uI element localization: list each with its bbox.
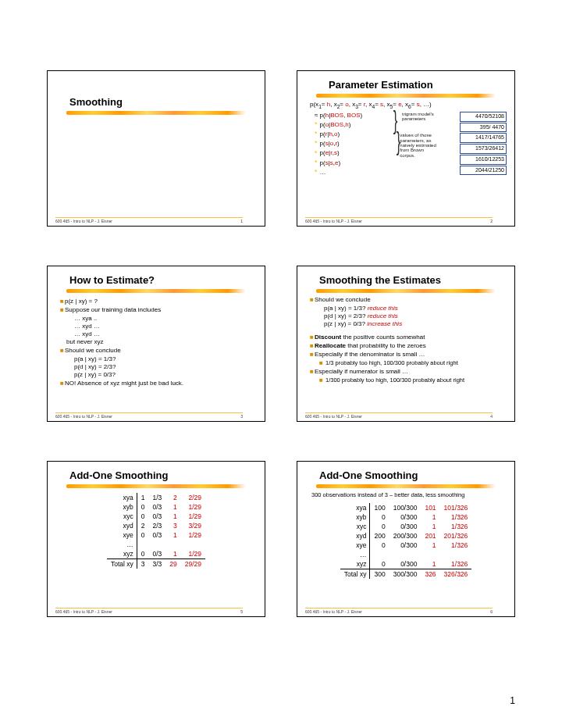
- prob-line: p(a | xy) = 1/3?: [74, 355, 257, 363]
- table-row: xye00/311/29: [107, 530, 205, 540]
- title-underline: [316, 289, 496, 293]
- table-row: xyb00/30011/326: [340, 512, 472, 522]
- prob-line: p(z | xy) = 0/3?: [74, 371, 257, 379]
- prob-line: p(d | xy) = 2/3? reduce this: [324, 312, 507, 320]
- slide-3: How to Estimate? ■p(z | xy) = ? ■Suppose…: [47, 266, 265, 422]
- table-row: xyz00/30011/326: [340, 559, 472, 569]
- count-box: 1610/12253: [460, 155, 507, 165]
- slide-footer: 600.465 - Intro to NLP - J. Eisner 5: [55, 608, 243, 614]
- bullet: Reallocate that probability to the zeroe…: [315, 342, 426, 350]
- slide-5: Add-One Smoothing xya11/322/29xyb00/311/…: [47, 461, 265, 617]
- table-total-row: Total xy33/32929/29: [107, 559, 205, 569]
- count-box: 1573/26412: [460, 144, 507, 154]
- brace-note-top: trigram model's parameters: [402, 112, 436, 134]
- course-label: 600.465 - Intro to NLP - J. Eisner: [305, 609, 362, 614]
- slide-footer: 600.465 - Intro to NLP - J. Eisner 6: [305, 608, 493, 614]
- joint-prob-line: p(x1= h, x2= o, x3= r, x4= s, x5= e, x6=…: [310, 101, 507, 110]
- sub-bullet: 1/300 probably too high, 100/300 probabl…: [325, 376, 464, 384]
- count-box: 2044/21250: [460, 166, 507, 176]
- bullet: Should we conclude: [65, 347, 121, 355]
- brace-icon: }: [393, 112, 398, 127]
- course-label: 600.465 - Intro to NLP - J. Eisner: [305, 414, 362, 419]
- example-line: … xyd …: [74, 323, 257, 330]
- bullet: Should we conclude: [315, 296, 371, 304]
- slide-title: How to Estimate?: [69, 274, 257, 286]
- slide-footer: 600.465 - Intro to NLP - J. Eisner 1: [55, 217, 243, 223]
- title-underline: [66, 111, 246, 115]
- slide-footer: 600.465 - Intro to NLP - J. Eisner 2: [305, 217, 493, 223]
- table-row: …: [340, 550, 472, 559]
- count-box: 4470/52108: [460, 112, 507, 122]
- slide-footer: 600.465 - Intro to NLP - J. Eisner 3: [55, 412, 243, 419]
- example-line: … xya ..: [74, 315, 257, 323]
- slide-handout: Smoothing 600.465 - Intro to NLP - J. Ei…: [0, 0, 562, 648]
- table-total-row: Total xy300300/300326326/326: [340, 569, 472, 580]
- factor-list: ≈ p( h | BOS, BOS) *p( o | BOS, h) *p( r…: [305, 112, 391, 178]
- bullet: p(z | xy) = ?: [65, 298, 98, 305]
- bullet: Suppose our training data includes: [65, 306, 161, 314]
- brace-icon: }: [397, 133, 401, 148]
- bullet: NO! Absence of xyz might just be bad luc…: [65, 380, 183, 387]
- course-label: 600.465 - Intro to NLP - J. Eisner: [55, 219, 112, 223]
- table-row: xyd200200/300201201/326: [340, 531, 472, 541]
- slide-number: 1: [240, 219, 243, 223]
- slide-2: Parameter Estimation p(x1= h, x2= o, x3=…: [297, 70, 515, 227]
- slide-title: Parameter Estimation: [329, 79, 507, 91]
- addone-table: xya11/322/29xyb00/311/29xyc00/311/29xyd2…: [107, 493, 205, 569]
- slide-title: Add-One Smoothing: [319, 469, 507, 481]
- slide-footer: 600.465 - Intro to NLP - J. Eisner 4: [305, 412, 493, 419]
- course-label: 600.465 - Intro to NLP - J. Eisner: [55, 609, 112, 614]
- example-line: but never xyz: [66, 338, 257, 346]
- slide-number: 4: [490, 414, 493, 419]
- table-row: …: [107, 540, 205, 549]
- bullet: Discount the positive counts somewhat: [315, 334, 425, 341]
- bullet: Especially if the denominator is small …: [315, 351, 425, 359]
- slide-title: Smoothing: [69, 96, 257, 108]
- title-underline: [66, 484, 246, 488]
- slide-1: Smoothing 600.465 - Intro to NLP - J. Ei…: [47, 70, 265, 227]
- slide-subtitle: 300 observations instead of 3 – better d…: [311, 491, 507, 498]
- page-number: 1: [510, 695, 515, 706]
- course-label: 600.465 - Intro to NLP - J. Eisner: [305, 219, 362, 223]
- course-label: 600.465 - Intro to NLP - J. Eisner: [55, 414, 112, 419]
- sub-bullet: 1/3 probably too high, 100/300 probably …: [325, 359, 458, 367]
- table-row: xya100100/300101101/326: [340, 503, 472, 512]
- slide-number: 2: [490, 219, 493, 223]
- brace-note-bottom: values of those parameters, as naively e…: [400, 133, 436, 157]
- table-row: xya11/322/29: [107, 493, 205, 502]
- slide-title: Add-One Smoothing: [69, 469, 257, 481]
- bullet: Especially if numerator is small …: [315, 368, 408, 376]
- slide-title: Smoothing the Estimates: [319, 274, 507, 286]
- table-row: xyd22/333/29: [107, 521, 205, 530]
- table-row: xye00/30011/326: [340, 541, 472, 550]
- title-underline: [316, 484, 496, 488]
- title-underline: [66, 289, 246, 293]
- count-box: 1417/14765: [460, 133, 507, 143]
- slide-6: Add-One Smoothing 300 observations inste…: [297, 461, 515, 617]
- count-box: 395/ 4470: [460, 123, 507, 133]
- table-row: xyc00/30011/326: [340, 522, 472, 531]
- slide-4: Smoothing the Estimates ■Should we concl…: [297, 266, 515, 422]
- table-row: xyc00/311/29: [107, 512, 205, 521]
- slide-number: 5: [240, 609, 243, 614]
- table-row: xyz00/311/29: [107, 549, 205, 559]
- table-row: xyb00/311/29: [107, 502, 205, 512]
- prob-line: p(d | xy) = 2/3?: [74, 363, 257, 371]
- addone-table: xya100100/300101101/326xyb00/30011/326xy…: [340, 503, 472, 579]
- title-underline: [316, 94, 496, 98]
- slide-number: 6: [490, 609, 493, 614]
- slide-number: 3: [240, 414, 243, 419]
- prob-line: p(a | xy) = 1/3? reduce this: [324, 305, 507, 312]
- example-line: … xyd …: [74, 330, 257, 338]
- prob-line: p(z | xy) = 0/3? increase this: [324, 320, 507, 328]
